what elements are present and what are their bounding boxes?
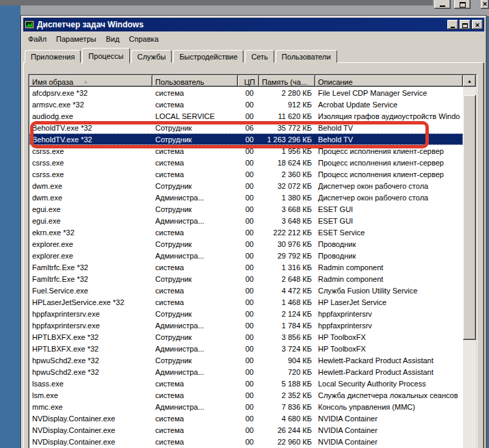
cell-image-name: NVDisplay.Container.exe: [29, 426, 153, 434]
cell-description: Local Security Authority Process: [315, 380, 463, 388]
cell-cpu: 00: [238, 263, 259, 272]
column-header-cpu[interactable]: ЦП: [238, 75, 259, 87]
cell-user: Сотрудник: [153, 205, 238, 213]
cell-image-name: egui.exe: [29, 217, 153, 225]
maximize-button[interactable]: [460, 20, 471, 29]
table-row[interactable]: FamItrfc.Exe *32 Сотрудник 00 2 648 КБ R…: [29, 273, 463, 285]
table-row[interactable]: HPLaserJetService.exe *32 система 00 1 4…: [29, 296, 463, 308]
table-row[interactable]: hppfaxprintersrv.exe Администра... 00 1 …: [29, 319, 463, 331]
table-row[interactable]: explorer.exe Сотрудник 00 30 976 КБ Пров…: [29, 238, 463, 250]
background-maximize-button[interactable]: [454, 0, 471, 9]
table-row[interactable]: hpwuSchd2.exe *32 Администра... 00 720 К…: [29, 366, 463, 378]
table-row[interactable]: afcdpsrv.exe *32 система 00 2 280 КБ Fil…: [29, 87, 463, 98]
cell-description: Служба Fusion Utility Service: [315, 287, 463, 295]
cell-image-name: egui.exe: [29, 205, 153, 213]
table-row[interactable]: lsm.exe система 00 2 352 КБ Служба диспе…: [29, 389, 463, 401]
table-row[interactable]: dwm.exe Сотрудник 00 32 072 КБ Диспетчер…: [29, 180, 463, 192]
minimize-icon: [440, 5, 445, 7]
vertical-scrollbar[interactable]: ▲: [463, 75, 476, 448]
scroll-up-button[interactable]: ▲: [463, 75, 476, 87]
table-row[interactable]: BeholdTV.exe *32 Сотрудник 06 35 772 КБ …: [29, 122, 463, 133]
cell-image-name: afcdpsrv.exe *32: [29, 89, 153, 97]
table-row[interactable]: hppfaxprintersrv.exe Сотрудник 00 2 124 …: [29, 308, 463, 319]
table-row[interactable]: NVDisplay.Container.exe система 00 26 24…: [29, 424, 463, 436]
table-row[interactable]: BeholdTV.exe *32 Сотрудник 00 1 263 296 …: [29, 133, 463, 145]
table-row[interactable]: csrss.exe система 00 2 360 КБ Процесс ис…: [29, 168, 463, 180]
column-header-image-name[interactable]: Имя образа ▲: [29, 75, 153, 87]
cell-image-name: dwm.exe: [29, 182, 153, 190]
tab-users[interactable]: Пользователи: [276, 50, 337, 63]
table-row[interactable]: armsvc.exe *32 система 00 912 КБ Acrobat…: [29, 98, 463, 110]
table-row[interactable]: mmc.exe Администра... 00 7 836 КБ Консол…: [29, 401, 463, 412]
table-row[interactable]: ekrn.exe *32 система 00 222 212 КБ ESET …: [29, 226, 463, 238]
scrollbar-thumb[interactable]: [463, 95, 476, 340]
table-row[interactable]: egui.exe Администра... 00 3 648 КБ ESET …: [29, 215, 463, 226]
cell-description: NVIDIA Container: [315, 426, 463, 434]
cell-cpu: 00: [238, 170, 259, 179]
cell-memory: 3 648 КБ: [259, 217, 315, 225]
cell-memory: 30 976 КБ: [259, 240, 315, 248]
column-header-memory[interactable]: Память (ча...: [259, 75, 315, 87]
tab-networking[interactable]: Сеть: [245, 50, 274, 63]
cell-cpu: 00: [238, 228, 259, 237]
cell-cpu: 00: [238, 205, 259, 213]
cell-memory: 29 792 КБ: [259, 252, 315, 260]
column-header-user[interactable]: Пользователь: [153, 75, 238, 87]
column-header-description[interactable]: Описание: [315, 75, 463, 87]
background-minimize-button[interactable]: [434, 0, 451, 9]
window-title: Диспетчер задач Windows: [37, 20, 144, 29]
cell-cpu: 00: [238, 310, 259, 318]
tab-processes[interactable]: Процессы: [82, 48, 129, 64]
table-row[interactable]: FamItrfc.Exe *32 система 00 1 316 КБ Rad…: [29, 261, 463, 273]
close-icon: ✕: [475, 23, 480, 29]
table-row[interactable]: HPTLBXFX.exe *32 Сотрудник 00 3 856 КБ H…: [29, 331, 463, 343]
menu-options[interactable]: Параметры: [51, 34, 101, 44]
cell-memory: 2 124 КБ: [259, 310, 315, 318]
title-bar[interactable]: Диспетчер задач Windows ✕: [23, 18, 484, 31]
arrow-up-icon: ▲: [467, 79, 472, 83]
table-row[interactable]: egui.exe Сотрудник 00 3 668 КБ ESET GUI: [29, 203, 463, 215]
cell-description: hppfaxprintersrv: [315, 321, 463, 330]
table-row[interactable]: explorer.exe Администра... 00 29 792 КБ …: [29, 250, 463, 261]
column-header-label: Память (ча...: [262, 78, 307, 86]
cell-memory: 4 680 КБ: [259, 414, 315, 423]
cell-image-name: mmc.exe: [29, 403, 153, 411]
tab-applications[interactable]: Приложения: [25, 50, 81, 63]
table-row[interactable]: csrss.exe система 00 1 956 КБ Процесс ис…: [29, 145, 463, 157]
cell-memory: 720 КБ: [259, 368, 315, 376]
cell-description: Диспетчер окон рабочего стола: [315, 182, 463, 190]
cell-cpu: 00: [238, 414, 259, 423]
table-row[interactable]: NVDisplay.Container.exe система 00 22 96…: [29, 436, 463, 447]
cell-memory: 22 960 КБ: [259, 438, 315, 446]
table-row[interactable]: HPTLBXFX.exe *32 Администра... 00 3 724 …: [29, 343, 463, 354]
table-row[interactable]: Fuel.Service.exe система 00 4 472 КБ Слу…: [29, 285, 463, 296]
cell-description: Служба диспетчера локальных сеансов: [315, 391, 463, 399]
cell-user: Сотрудник: [153, 135, 238, 144]
cell-memory: 3 856 КБ: [259, 333, 315, 341]
close-button[interactable]: ✕: [472, 20, 483, 29]
cell-user: система: [153, 89, 238, 97]
table-row[interactable]: audiodg.exe LOCAL SERVICE 00 11 620 КБ И…: [29, 110, 463, 122]
tab-performance[interactable]: Быстродействие: [173, 50, 243, 63]
cell-cpu: 00: [238, 159, 259, 167]
cell-user: LOCAL SERVICE: [153, 112, 238, 120]
cell-memory: 4 472 КБ: [259, 287, 315, 295]
table-row[interactable]: NVDisplay.Container.exe система 00 4 680…: [29, 412, 463, 424]
cell-user: система: [153, 298, 238, 306]
menu-help[interactable]: Справка: [124, 34, 163, 44]
cell-image-name: FamItrfc.Exe *32: [29, 263, 153, 272]
table-row[interactable]: csrss.exe система 00 18 624 КБ Процесс и…: [29, 157, 463, 168]
cell-image-name: dwm.exe: [29, 194, 153, 202]
table-row[interactable]: hpwuSchd2.exe *32 Сотрудник 00 904 КБ He…: [29, 354, 463, 366]
menu-view[interactable]: Вид: [101, 34, 124, 44]
cell-description: Radmin component: [315, 263, 463, 272]
cell-description: Behold TV: [315, 135, 463, 144]
minimize-button[interactable]: [447, 20, 458, 29]
table-row[interactable]: dwm.exe Администра... 00 1 380 КБ Диспет…: [29, 192, 463, 203]
tab-services[interactable]: Службы: [131, 50, 172, 63]
menu-file[interactable]: Файл: [23, 34, 51, 44]
cell-memory: 5 188 КБ: [259, 380, 315, 388]
background-close-button[interactable]: ✕: [481, 0, 489, 9]
table-row[interactable]: lsass.exe система 00 5 188 КБ Local Secu…: [29, 378, 463, 389]
cell-description: Hewlett-Packard Product Assistant: [315, 368, 463, 376]
